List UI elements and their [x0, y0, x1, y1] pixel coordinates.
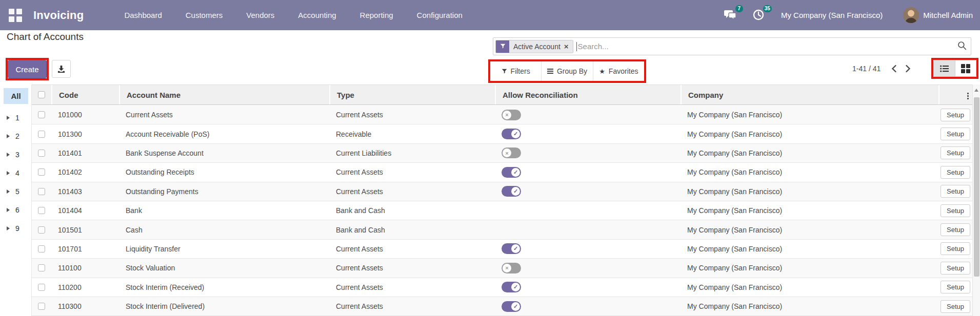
cell-company: My Company (San Francisco) — [681, 297, 938, 315]
row-checkbox[interactable] — [38, 188, 45, 195]
reconciliation-toggle[interactable]: ✓ — [502, 186, 521, 197]
toggle-knob-icon: × — [503, 264, 511, 272]
sidebar-group-item[interactable]: 6 — [0, 201, 31, 219]
row-checkbox[interactable] — [38, 207, 45, 214]
cell-type: Current Assets — [329, 297, 495, 315]
create-button[interactable]: Create — [8, 60, 47, 78]
setup-button[interactable]: Setup — [941, 281, 970, 293]
nav-menu-item[interactable]: Reporting — [348, 1, 405, 30]
user-menu[interactable]: Mitchell Admin — [923, 11, 973, 19]
setup-button[interactable]: Setup — [941, 109, 970, 121]
search-facet-active-account[interactable]: Active Account × — [495, 40, 573, 53]
cell-type: Current Liabilities — [329, 144, 495, 162]
toggle-knob-icon: ✓ — [511, 302, 520, 311]
row-checkbox[interactable] — [38, 111, 45, 118]
pager-next-icon[interactable] — [905, 65, 911, 73]
reconciliation-toggle[interactable]: ✓ — [502, 301, 521, 312]
setup-button[interactable]: Setup — [941, 242, 970, 255]
table-row[interactable]: 110200 Stock Interim (Received) Current … — [32, 278, 972, 297]
setup-button[interactable]: Setup — [941, 128, 970, 140]
table-row[interactable]: 101501 Cash Bank and Cash My Company (Sa… — [32, 220, 972, 239]
table-row[interactable]: 101000 Current Assets Current Assets × M… — [32, 106, 972, 124]
setup-button[interactable]: Setup — [941, 223, 970, 236]
apps-menu-icon[interactable] — [9, 9, 22, 22]
row-checkbox[interactable] — [38, 303, 45, 310]
activities-count-badge: 35 — [763, 5, 772, 12]
select-all-checkbox[interactable] — [38, 91, 45, 98]
column-header-allow-reconciliation[interactable]: Allow Reconciliation — [495, 85, 681, 104]
sidebar-group-item[interactable]: 9 — [0, 219, 31, 238]
column-header-company[interactable]: Company — [681, 85, 938, 104]
row-checkbox[interactable] — [38, 131, 45, 138]
table-row[interactable]: 101701 Liquidity Transfer Current Assets… — [32, 240, 972, 259]
list-view-button[interactable] — [934, 60, 955, 76]
sidebar-group-item[interactable]: 4 — [0, 164, 31, 182]
setup-button[interactable]: Setup — [941, 262, 970, 275]
optional-columns-icon[interactable] — [966, 92, 970, 100]
sidebar-group-item[interactable]: 2 — [0, 127, 31, 145]
scrollbar-thumb[interactable] — [974, 97, 979, 277]
table-row[interactable]: 101403 Outstanding Payments Current Asse… — [32, 182, 972, 201]
scrollbar-up-arrow-icon[interactable] — [974, 89, 978, 92]
app-name[interactable]: Invoicing — [33, 9, 84, 22]
table-row[interactable]: 110300 Stock Interim (Delivered) Current… — [32, 297, 972, 316]
sidebar-group-item[interactable]: 5 — [0, 182, 31, 201]
row-checkbox[interactable] — [38, 150, 45, 157]
export-button[interactable] — [52, 60, 71, 78]
setup-button[interactable]: Setup — [941, 185, 970, 198]
facet-remove-icon[interactable]: × — [564, 43, 569, 50]
cell-company: My Company (San Francisco) — [681, 259, 938, 277]
search-icon[interactable] — [957, 41, 967, 52]
setup-button[interactable]: Setup — [941, 300, 970, 313]
setup-button[interactable]: Setup — [941, 146, 970, 159]
table-row[interactable]: 101402 Outstanding Receipts Current Asse… — [32, 163, 972, 182]
reconciliation-toggle[interactable]: ✓ — [502, 167, 521, 178]
table-row[interactable]: 110100 Stock Valuation Current Assets × … — [32, 259, 972, 278]
cell-code: 110100 — [51, 259, 119, 277]
activities-button[interactable]: 35 — [752, 9, 768, 22]
kanban-view-button[interactable] — [955, 60, 976, 76]
vertical-scrollbar[interactable] — [972, 85, 980, 316]
cell-type: Bank and Cash — [329, 201, 495, 220]
row-checkbox[interactable] — [38, 264, 45, 271]
company-switcher[interactable]: My Company (San Francisco) — [781, 11, 883, 19]
toggle-knob-icon: ✓ — [511, 168, 520, 177]
reconciliation-toggle[interactable]: ✓ — [502, 129, 521, 139]
filter-funnel-icon — [502, 69, 507, 74]
column-header-code[interactable]: Code — [51, 85, 119, 104]
search-input[interactable] — [578, 42, 954, 51]
nav-menu-item[interactable]: Configuration — [405, 1, 474, 30]
setup-button[interactable]: Setup — [941, 166, 970, 179]
column-header-type[interactable]: Type — [329, 85, 495, 104]
row-checkbox[interactable] — [38, 168, 45, 176]
reconciliation-toggle[interactable]: × — [502, 110, 521, 120]
sidebar-group-item[interactable]: 1 — [0, 109, 31, 127]
row-checkbox[interactable] — [38, 226, 45, 234]
nav-menu-item[interactable]: Vendors — [234, 1, 286, 30]
group-by-button[interactable]: Group By — [541, 61, 592, 81]
reconciliation-toggle[interactable]: × — [502, 263, 521, 273]
nav-menu-item[interactable]: Customers — [174, 1, 235, 30]
table-row[interactable]: 101401 Bank Suspense Account Current Lia… — [32, 144, 972, 163]
favorites-button[interactable]: ★ Favorites — [593, 61, 644, 81]
filters-button[interactable]: Filters — [490, 61, 541, 81]
sidebar-item-all[interactable]: All — [4, 88, 28, 104]
user-avatar[interactable] — [903, 7, 919, 23]
reconciliation-toggle[interactable]: ✓ — [502, 243, 521, 254]
nav-menu-item[interactable]: Accounting — [286, 1, 348, 30]
reconciliation-toggle[interactable]: ✓ — [502, 282, 521, 292]
column-header-account-name[interactable]: Account Name — [119, 85, 329, 104]
reconciliation-toggle[interactable]: × — [502, 148, 521, 158]
row-checkbox[interactable] — [38, 245, 45, 252]
cell-type: Current Assets — [329, 259, 495, 277]
pager-previous-icon[interactable] — [891, 65, 897, 73]
sidebar-group-item[interactable]: 3 — [0, 145, 31, 164]
nav-menu-item[interactable]: Dashboard — [112, 1, 173, 30]
search-bar[interactable]: Active Account × — [493, 37, 971, 55]
page-title: Chart of Accounts — [7, 31, 84, 43]
table-row[interactable]: 101300 Account Receivable (PoS) Receivab… — [32, 124, 972, 143]
setup-button[interactable]: Setup — [941, 204, 970, 217]
row-checkbox[interactable] — [38, 284, 45, 291]
table-row[interactable]: 101404 Bank Bank and Cash My Company (Sa… — [32, 201, 972, 220]
messages-button[interactable]: 7 — [724, 9, 739, 22]
